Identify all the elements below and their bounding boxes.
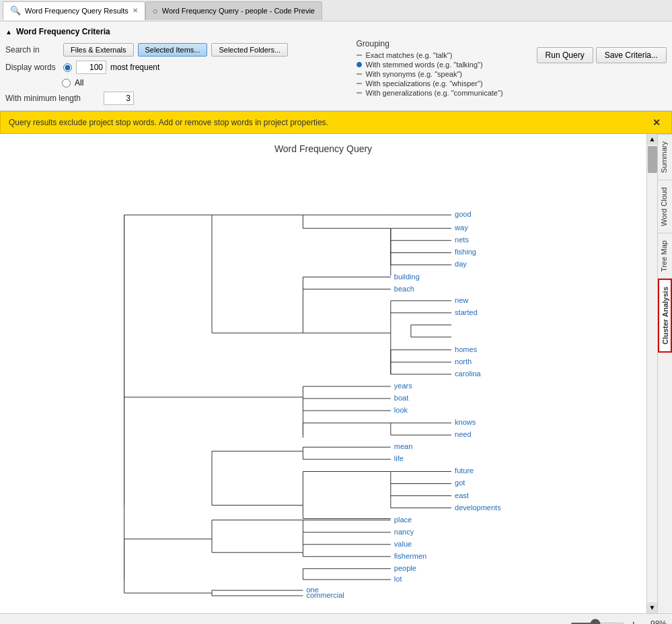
svg-text:lot: lot [394, 575, 402, 583]
svg-text:place: place [394, 516, 412, 524]
svg-text:started: started [455, 308, 478, 316]
svg-text:building: building [394, 273, 420, 281]
grouping-dash-4 [357, 92, 362, 94]
grouping-dot-active [357, 62, 362, 67]
svg-text:need: need [455, 430, 472, 438]
svg-text:boat: boat [394, 394, 408, 402]
criteria-panel: ▲ Word Frequency Criteria Run Query Save… [0, 22, 672, 111]
grouping-stemmed-label: With stemmed words (e.g. "talking") [366, 61, 483, 69]
svg-text:east: east [455, 491, 469, 499]
criteria-left: Search in Files & Externals Selected Ite… [5, 39, 330, 105]
grouping-specializations: With specializations (e.g. "whisper") [357, 79, 667, 88]
vertical-scrollbar[interactable]: ▲ ▼ [646, 134, 657, 613]
svg-text:new: new [455, 296, 468, 304]
grouping-generalizations-label: With generalizations (e.g. "communicate"… [366, 89, 503, 97]
tab-cluster-analysis[interactable]: Cluster Analysis [658, 279, 672, 353]
svg-text:fishing: fishing [455, 248, 476, 256]
tab-query-results[interactable]: 🔍 Word Frequency Query Results ✕ [3, 1, 145, 20]
selected-items-button[interactable]: Selected Items... [138, 43, 208, 57]
zoom-minus-btn[interactable]: - [558, 619, 566, 625]
svg-text:north: north [455, 357, 472, 366]
svg-text:way: way [454, 223, 468, 232]
grouping-exact-label: Exact matches (e.g. "talk") [366, 51, 453, 59]
svg-text:value: value [394, 540, 412, 548]
grouping-synonyms-label: With synonyms (e.g. "speak") [366, 70, 463, 78]
svg-text:mean: mean [394, 442, 413, 450]
grouping-specializations-label: With specializations (e.g. "whisper") [366, 79, 483, 88]
svg-text:people: people [394, 564, 416, 572]
display-count-radio[interactable] [63, 63, 72, 72]
display-all-row: All [62, 78, 330, 88]
tree-container: Word Frequency Query good way [0, 134, 646, 613]
svg-text:homes: homes [455, 345, 478, 353]
warning-close-btn[interactable]: ✕ [650, 117, 663, 128]
min-length-input[interactable] [104, 92, 134, 105]
close-tab-btn[interactable]: ✕ [133, 7, 138, 14]
scroll-down-btn[interactable]: ▼ [647, 602, 657, 613]
criteria-title: Word Frequency Criteria [16, 27, 110, 36]
files-externals-button[interactable]: Files & Externals [63, 43, 134, 57]
tab-word-cloud[interactable]: Word Cloud [658, 180, 672, 233]
svg-text:day: day [455, 260, 467, 268]
bottom-bar: - + 98% [0, 613, 672, 624]
min-length-row: With minimum length [5, 92, 330, 105]
svg-text:got: got [455, 479, 465, 487]
grouping-dash-1 [357, 55, 362, 56]
scroll-thumb[interactable] [648, 146, 657, 173]
warning-banner: Query results exclude project stop words… [0, 111, 672, 134]
svg-text:knows: knows [455, 418, 476, 426]
run-query-button[interactable]: Run Query [537, 47, 593, 63]
tree-svg: good way nets fishing day building beach [0, 161, 646, 606]
display-words-row: Display words most frequent [5, 61, 330, 74]
tab-code-preview-label: Word Frequency Query - people - Code Pre… [162, 7, 315, 15]
svg-text:nets: nets [455, 236, 469, 244]
selected-folders-button[interactable]: Selected Folders... [211, 43, 288, 57]
grouping-dash-2 [357, 73, 362, 75]
svg-text:good: good [455, 210, 472, 218]
svg-text:life: life [394, 454, 404, 462]
svg-text:commercial: commercial [306, 591, 344, 599]
display-all-label: All [75, 78, 83, 88]
save-criteria-button[interactable]: Save Criteria... [596, 47, 667, 63]
tab-tree-map[interactable]: Tree Map [658, 233, 672, 279]
tab-bar: 🔍 Word Frequency Query Results ✕ ○ Word … [0, 0, 672, 22]
min-length-label: With minimum length [5, 94, 100, 103]
svg-text:future: future [455, 466, 474, 475]
display-all-radio[interactable] [62, 79, 71, 88]
tree-title: Word Frequency Query [0, 141, 646, 154]
tab-summary[interactable]: Summary [658, 134, 672, 180]
svg-text:carolina: carolina [455, 370, 481, 378]
tab-code-preview[interactable]: ○ Word Frequency Query - people - Code P… [145, 1, 322, 20]
right-sidebar: Summary Word Cloud Tree Map Cluster Anal… [657, 134, 672, 613]
search-in-row: Search in Files & Externals Selected Ite… [5, 43, 330, 57]
criteria-buttons: Run Query Save Criteria... [537, 47, 667, 63]
search-icon: 🔍 [10, 5, 21, 15]
circle-icon: ○ [153, 6, 158, 16]
svg-text:nancy: nancy [394, 528, 414, 536]
search-in-label: Search in [5, 45, 59, 55]
collapse-arrow: ▲ [5, 28, 12, 36]
warning-text: Query results exclude project stop words… [9, 118, 328, 127]
svg-text:years: years [394, 382, 412, 390]
svg-text:developments: developments [455, 504, 501, 512]
scroll-up-btn[interactable]: ▲ [647, 134, 657, 145]
svg-text:look: look [394, 406, 408, 414]
zoom-percent-label: 98% [643, 619, 667, 625]
zoom-plus-btn[interactable]: + [628, 619, 639, 625]
svg-text:beach: beach [394, 285, 414, 293]
tab-query-results-label: Word Frequency Query Results [25, 7, 128, 15]
display-words-label: Display words [5, 63, 59, 72]
grouping-dash-3 [357, 83, 362, 84]
grouping-generalizations: With generalizations (e.g. "communicate"… [357, 89, 667, 97]
display-suffix-label: most frequent [110, 63, 159, 72]
criteria-header[interactable]: ▲ Word Frequency Criteria [5, 24, 667, 39]
main-area: Word Frequency Query good way [0, 134, 672, 613]
svg-text:fishermen: fishermen [394, 552, 426, 560]
display-count-input[interactable] [76, 61, 106, 74]
grouping-synonyms: With synonyms (e.g. "speak") [357, 70, 667, 78]
